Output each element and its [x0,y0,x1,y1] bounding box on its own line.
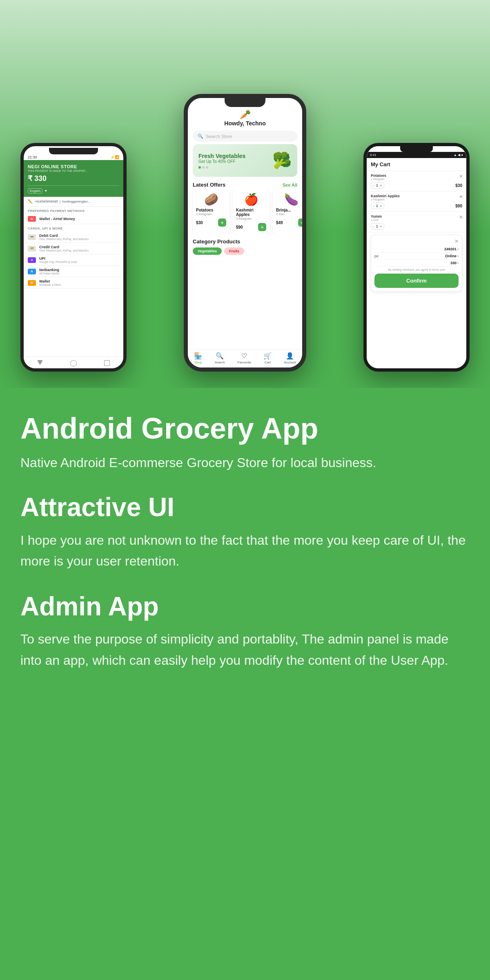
nav-search[interactable]: 🔍 Search [215,352,225,364]
cart-status-icons: ▲ ◀ ● [454,153,463,157]
qty-control-2[interactable]: - 1 + [371,203,384,209]
qty-minus-2[interactable]: - [373,203,374,208]
nav-account[interactable]: 👤 Account [284,352,296,364]
add-btn-2[interactable]: + [258,223,266,231]
orderid-value: 249201 [444,247,457,251]
search-placeholder-text: Search Store [206,134,232,139]
nav-cart[interactable]: 🛒 Cart [263,352,272,364]
carrot-icon: 🥕 [192,109,298,120]
upi-icon: U [28,257,36,263]
item-name-1: Potatoes [371,174,462,178]
credit-method[interactable]: 💳 Credit Card Visa, MasterCard, RuPay, a… [24,243,123,254]
summary-total: 330 › [374,260,459,267]
cards-label: CARDS, UPI & MORE [24,224,123,232]
nav-shop[interactable]: 🏪 Shop [194,352,202,364]
product-emoji-1: 🥔 [196,193,226,206]
cart-status-bar: 9:41 ▲ ◀ ● [367,152,466,158]
wallet2-method[interactable]: W Wallet Mobikwik & More [24,277,123,289]
search-nav-icon: 🔍 [216,352,224,360]
qty-value-3: 1 [376,224,378,228]
feature1-text: I hope you are not unknown to the fact t… [20,530,470,572]
qty-minus-1[interactable]: - [373,183,374,188]
status-icons-left: ⚡📶 [110,155,119,159]
banner-title: Fresh Vegetables [198,153,245,159]
recent-nav-icon[interactable] [104,360,110,366]
payment-arrow: › [457,254,459,258]
payment-subtitle: THIS PAYMENT ID MADE TO THE GROFER... [28,169,119,172]
modal-close-btn[interactable]: ✕ [374,238,459,244]
cat-tag-green[interactable]: Vegetables [193,247,222,255]
debit-method[interactable]: 💳 Debit Card Visa, MasterCard, RuPay, an… [24,232,123,243]
heart-icon: ♡ [241,352,247,360]
item-price-2: $90 [455,204,462,208]
upi-method[interactable]: U UPI Google Pay, PhonePe & more [24,254,123,266]
remove-item-3[interactable]: ✕ [459,214,463,220]
feature1-heading: Attractive UI [20,493,470,521]
cart-icon: 🛒 [263,352,272,360]
store-header: 🥕 Howdy, Techno [188,107,302,128]
product-name-2: Kashmiri Apples [236,208,266,217]
product-card-2: 🍎 Kashmiri Apples 1 Kilogram $90 + [233,189,270,234]
language-selector[interactable]: English [28,188,42,194]
products-scroll: 🥔 Potatoes 1 Kilogram $30 + 🍎 Kashmiri A… [188,189,302,234]
total-arrow: › [457,261,459,265]
add-btn-1[interactable]: + [218,218,226,227]
add-btn-3[interactable]: + [298,218,302,227]
product-card-1: 🥔 Potatoes 1 Kilogram $30 + [193,189,229,234]
debit-icon: 💳 [28,234,36,240]
netbanking-method[interactable]: N Netbanking All Indian banks [24,266,123,277]
qty-minus-3[interactable]: - [373,224,374,229]
latest-offers-row: Latest Offers See All [188,179,302,189]
product-card-3: 🍆 Brinja... 1 Kilo... $49 + [273,189,302,234]
credit-icon: 💳 [28,246,36,252]
product-price-2: $90 [236,225,243,229]
product-name-1: Potatoes [196,208,226,212]
veggie-emoji: 🥦 [272,151,292,169]
product-emoji-3: 🍆 [276,193,302,206]
home-nav-icon[interactable] [70,360,77,367]
status-time-left: 21:30 [28,155,37,159]
product-emoji-2: 🍎 [236,193,266,206]
orderid-arrow: › [457,247,459,251]
remove-item-2[interactable]: ✕ [459,194,463,200]
phone-center: 🥕 Howdy, Techno 🔍 Search Store Fresh Veg… [184,94,306,372]
store-name: NEGI ONLINE STORE [28,164,119,169]
qty-plus-3[interactable]: + [380,224,382,229]
dot-2 [202,166,205,169]
see-all-button[interactable]: See All [283,183,297,187]
product-price-1: $30 [196,220,203,225]
qty-control-3[interactable]: - 1 + [371,223,384,229]
category-title: Category Products [193,238,240,245]
payment-type-value: Online [445,254,457,258]
qty-plus-1[interactable]: + [380,183,382,188]
remove-item-1[interactable]: ✕ [459,174,463,179]
cart-item-1: ✕ Potatoes 1 Kilogram - 1 + $30 [367,171,466,192]
wallet2-icon: W [28,280,36,286]
phone-label: huntinggamingtec... [62,200,91,203]
confirm-button[interactable]: Confirm [374,274,459,288]
summary-orderid: 249201 › [374,246,459,253]
android-nav-left [24,356,123,368]
content-section: Android Grocery App Native Android E-com… [0,388,490,695]
nav-favourite[interactable]: ♡ Favourite [238,352,251,364]
product-qty-2: 1 Kilogram [236,217,266,220]
qty-plus-2[interactable]: + [380,203,382,208]
qty-control-1[interactable]: - 1 + [371,182,384,189]
cat-tag-pink[interactable]: Fruits [224,247,244,255]
product-price-3: $49 [276,220,283,225]
store-search[interactable]: 🔍 Search Store [193,131,297,142]
phone-left: 21:30 ⚡📶 NEGI ONLINE STORE THIS PAYMENT … [20,143,127,372]
search-icon: 🔍 [198,134,203,139]
account-label: Account [284,361,296,364]
item-name-2: Kashmiri Apples [371,194,462,198]
account-icon: 👤 [286,352,294,360]
main-heading: Android Grocery App [20,412,470,445]
right-notch [400,146,433,152]
center-notch [225,98,265,107]
latest-offers-title: Latest Offers [193,182,225,188]
wallet-method[interactable]: W Wallet - Airtel Money [24,214,123,224]
back-nav-icon[interactable] [37,360,43,365]
cart-label: Cart [265,361,271,364]
payment-amount: ₹ 330 [28,174,119,183]
product-qty-3: 1 Kilo... [276,212,302,216]
